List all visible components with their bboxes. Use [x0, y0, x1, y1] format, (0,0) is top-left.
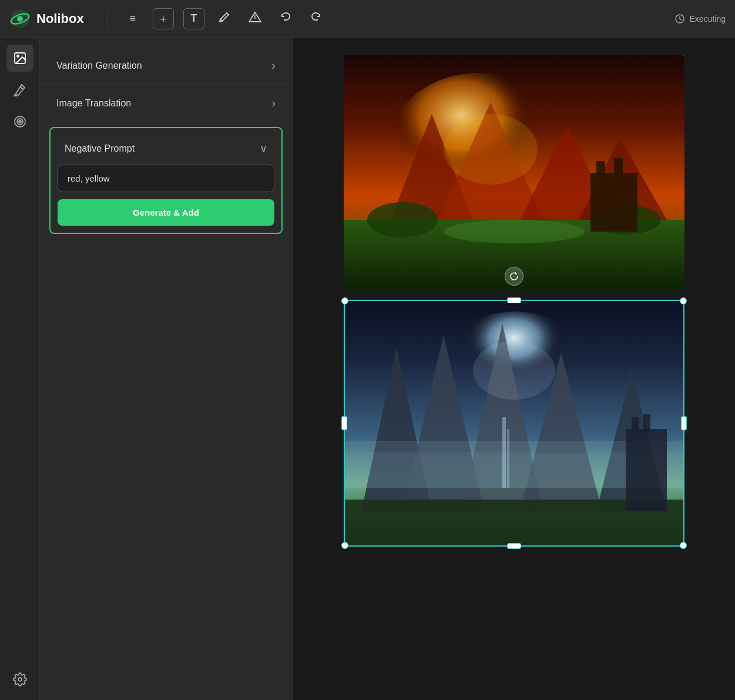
- negative-prompt-chevron-icon: ∨: [260, 142, 267, 155]
- clock-icon: [674, 14, 685, 24]
- fantasy-img-2-bg: [344, 300, 684, 547]
- icon-bar: [0, 38, 40, 700]
- edit-sidebar-button[interactable]: [6, 76, 33, 103]
- svg-rect-24: [614, 158, 623, 176]
- svg-line-8: [20, 86, 23, 89]
- generate-add-button[interactable]: Generate & Add: [58, 199, 274, 226]
- svg-point-20: [367, 202, 438, 237]
- undo-icon: [280, 11, 291, 26]
- pen-button[interactable]: [214, 8, 235, 29]
- variation-chevron-icon: ›: [271, 59, 276, 72]
- svg-rect-40: [632, 417, 639, 432]
- redo-icon: [310, 11, 322, 26]
- executing-area: Executing: [674, 14, 726, 24]
- topbar: Nolibox ≡ ＋ T: [0, 0, 735, 38]
- svg-point-11: [19, 120, 21, 123]
- menu-icon: ≡: [129, 12, 136, 25]
- executing-label: Executing: [690, 14, 726, 24]
- edit-icon: [13, 83, 27, 97]
- negative-prompt-label: Negative Prompt: [65, 143, 135, 154]
- image-translation-label: Image Translation: [56, 98, 131, 109]
- triangle-button[interactable]: [244, 8, 266, 29]
- fantasy-img-1-svg: [344, 55, 684, 290]
- variation-generation-item[interactable]: Variation Generation ›: [40, 47, 292, 85]
- menu-button[interactable]: ≡: [122, 8, 143, 29]
- fantasy-image-1[interactable]: [344, 55, 684, 290]
- topbar-divider: [108, 10, 108, 28]
- svg-point-25: [444, 220, 585, 243]
- svg-point-2: [17, 16, 23, 22]
- fantasy-img-2-svg: [344, 300, 684, 547]
- logo-icon: [9, 8, 31, 29]
- redo-button[interactable]: [306, 8, 327, 29]
- add-icon: ＋: [158, 12, 169, 26]
- side-panel: Variation Generation › Image Translation…: [40, 38, 293, 700]
- variation-generation-label: Variation Generation: [56, 61, 142, 71]
- target-sidebar-button[interactable]: [6, 108, 33, 135]
- svg-rect-41: [643, 414, 650, 432]
- svg-point-26: [444, 114, 538, 185]
- triangle-icon: [249, 11, 261, 26]
- svg-point-7: [17, 55, 19, 57]
- settings-sidebar-button[interactable]: [6, 666, 33, 693]
- pen-icon: [219, 11, 230, 26]
- undo-button[interactable]: [275, 8, 296, 29]
- image-translation-item[interactable]: Image Translation ›: [40, 85, 292, 122]
- logo-area: Nolibox: [9, 8, 84, 29]
- svg-rect-22: [590, 173, 637, 232]
- target-icon: [13, 115, 27, 129]
- svg-rect-23: [596, 161, 605, 176]
- svg-rect-38: [507, 429, 509, 488]
- fantasy-img-1-bg: [344, 55, 684, 290]
- negative-prompt-input[interactable]: [58, 165, 274, 192]
- negative-prompt-section: Negative Prompt ∨ Generate & Add: [49, 127, 283, 234]
- svg-point-42: [473, 341, 555, 400]
- settings-icon: [13, 672, 27, 686]
- text-icon: T: [190, 12, 197, 25]
- fantasy-image-2[interactable]: [344, 300, 684, 547]
- svg-point-12: [18, 678, 22, 681]
- svg-rect-39: [626, 429, 667, 511]
- refresh-icon: [509, 272, 519, 281]
- canvas-content: [344, 55, 684, 547]
- add-button[interactable]: ＋: [153, 8, 174, 29]
- main-layout: Variation Generation › Image Translation…: [0, 38, 735, 700]
- generate-add-label: Generate & Add: [133, 207, 199, 217]
- image-icon: [13, 51, 27, 65]
- refresh-button-1[interactable]: [505, 267, 523, 286]
- canvas-area[interactable]: [293, 38, 735, 700]
- negative-prompt-header[interactable]: Negative Prompt ∨: [58, 135, 274, 165]
- image-sidebar-button[interactable]: [6, 45, 33, 72]
- app-name: Nolibox: [36, 11, 84, 26]
- translation-chevron-icon: ›: [271, 96, 276, 110]
- svg-rect-37: [502, 417, 506, 488]
- text-button[interactable]: T: [183, 8, 204, 29]
